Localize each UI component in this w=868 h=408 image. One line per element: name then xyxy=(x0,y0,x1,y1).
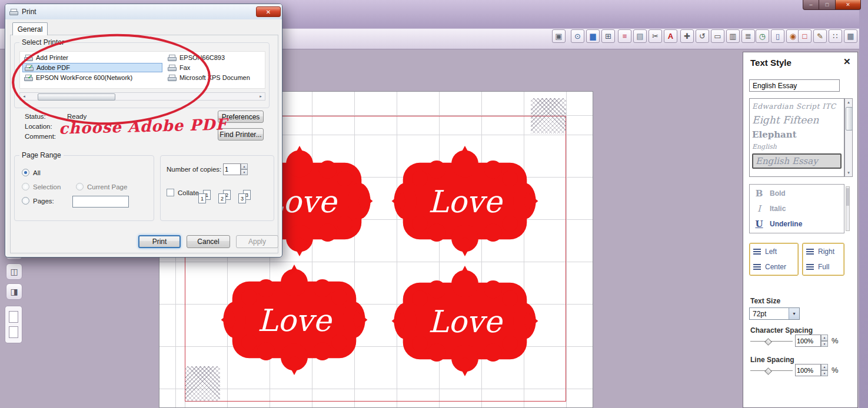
text-style-panel: Text Style ✕ Edwardian Script ITC Eight … xyxy=(743,52,858,408)
color-bars-icon[interactable]: ≡ xyxy=(618,29,631,43)
radio-pages[interactable]: Pages: xyxy=(22,197,54,205)
move-icon[interactable]: ✚ xyxy=(680,29,694,43)
dialog-close-button[interactable]: ✕ xyxy=(256,6,281,17)
line-spacing-input[interactable] xyxy=(795,364,821,376)
radio-selection[interactable]: Selection xyxy=(22,183,61,190)
collate-pages-icon: 3 3 xyxy=(238,190,254,208)
zoom-icon[interactable]: ⊙ xyxy=(571,29,584,43)
hatch-cell-bottom-left xyxy=(185,366,220,402)
align-left-option[interactable]: Left xyxy=(753,244,794,259)
new-page-icon[interactable]: ▯ xyxy=(771,29,784,43)
collate-option[interactable]: Collate xyxy=(167,189,199,196)
radio-current-page[interactable]: Current Page xyxy=(76,183,127,190)
scroll-thumb[interactable] xyxy=(846,107,853,131)
character-spacing-slider[interactable] xyxy=(750,338,793,345)
scroll-thumb[interactable] xyxy=(846,188,849,206)
line-spacing-stepper: ▲ ▼ xyxy=(821,364,828,376)
toolbar-group-edit: ≡ ▤ ✂ xyxy=(618,29,662,43)
spin-up-icon[interactable]: ▲ xyxy=(821,364,828,370)
italic-label: Italic xyxy=(770,205,786,213)
font-list-item-selected[interactable]: English Essay xyxy=(752,153,842,169)
cancel-button[interactable]: Cancel xyxy=(187,235,230,248)
toolbar-group-transform: ✚ ↺ ▭ ▥ ≣ xyxy=(680,29,755,43)
love-label-shape-2[interactable]: Love xyxy=(386,145,544,257)
font-list-item[interactable]: English xyxy=(752,142,842,152)
location-label: Location: xyxy=(25,123,52,130)
line-spacing-label: Line Spacing xyxy=(750,356,794,364)
percent-label: % xyxy=(832,336,839,345)
scissors-icon[interactable]: ✂ xyxy=(648,29,662,43)
character-spacing-label: Character Spacing xyxy=(750,326,813,335)
maximize-button[interactable]: □ xyxy=(819,0,835,10)
tab-general[interactable]: General xyxy=(12,22,48,35)
radio-icon[interactable] xyxy=(76,183,84,190)
font-search-input[interactable] xyxy=(749,79,840,92)
panel-close-icon[interactable]: ✕ xyxy=(843,56,851,67)
settings-sliders-icon[interactable]: ≣ xyxy=(741,29,755,43)
align-full-label: Full xyxy=(818,263,829,271)
transform-frame-icon[interactable]: ▭ xyxy=(711,29,724,43)
radio-icon[interactable] xyxy=(22,169,29,176)
align-full-option[interactable]: Full xyxy=(806,259,840,275)
love-text: Love xyxy=(428,304,503,339)
font-list-item[interactable]: Edwardian Script ITC xyxy=(752,101,842,112)
apply-button[interactable]: Apply xyxy=(236,235,278,248)
red-frame-icon[interactable]: □ xyxy=(798,29,812,43)
scroll-right-icon[interactable]: ▸ xyxy=(257,93,265,100)
fill-rect-icon[interactable]: ▆ xyxy=(586,29,600,43)
slider-thumb[interactable] xyxy=(764,367,772,375)
page-thumbnail[interactable] xyxy=(9,311,18,323)
spin-down-icon[interactable]: ▼ xyxy=(821,370,828,377)
radio-icon[interactable] xyxy=(22,197,29,205)
bold-option[interactable]: B Bold xyxy=(753,186,840,201)
spin-down-icon[interactable]: ▼ xyxy=(821,341,828,347)
font-list-item[interactable]: Elephant xyxy=(752,128,842,142)
scroll-up-icon[interactable]: ▴ xyxy=(845,99,852,106)
history-clock-icon[interactable]: ◷ xyxy=(756,29,769,43)
toolbar-group-history: ◷ ▯ ◉ xyxy=(756,29,800,43)
grid-calculator-icon[interactable]: ⊞ xyxy=(601,29,615,43)
maximize-icon: □ xyxy=(826,2,829,8)
underline-option[interactable]: U Underline xyxy=(753,216,840,232)
character-spacing-input[interactable] xyxy=(795,335,821,347)
love-label-shape-4[interactable]: Love xyxy=(386,265,544,377)
pages-range-input[interactable] xyxy=(72,196,129,208)
close-button[interactable]: ✕ xyxy=(835,0,861,10)
lock-icon[interactable]: ▣ xyxy=(552,29,566,43)
rotate-icon[interactable]: ↺ xyxy=(696,29,709,43)
text-size-dropdown[interactable]: 72pt ▾ xyxy=(749,307,800,320)
radio-icon[interactable] xyxy=(22,183,29,190)
ruled-paper-icon[interactable]: ▤ xyxy=(633,29,647,43)
selection-corners-icon[interactable]: ∷ xyxy=(829,29,842,43)
spin-down-icon[interactable]: ▼ xyxy=(241,169,248,175)
comment-label: Comment: xyxy=(25,133,56,140)
align-right-icon xyxy=(806,249,814,255)
radio-all[interactable]: All xyxy=(22,169,41,176)
dialog-titlebar[interactable]: Print xyxy=(5,4,282,19)
line-spacing-slider[interactable] xyxy=(750,367,793,374)
library-book-button[interactable]: ◫ xyxy=(6,263,22,280)
font-list-scrollbar[interactable]: ▴ ▾ xyxy=(844,98,853,177)
pencil-icon[interactable]: ✎ xyxy=(813,29,827,43)
table-grid-icon[interactable]: ▦ xyxy=(844,29,857,43)
style-box-scrollbar[interactable] xyxy=(846,186,850,231)
minimize-button[interactable]: – xyxy=(803,0,819,10)
font-list-item[interactable]: Eight Fifteen xyxy=(752,112,842,128)
page-thumbnails xyxy=(5,306,22,343)
tag-tool-button[interactable]: ◨ xyxy=(6,283,22,300)
slider-thumb[interactable] xyxy=(764,338,772,346)
collate-checkbox[interactable] xyxy=(167,189,174,196)
copies-input[interactable] xyxy=(223,163,241,175)
close-icon: ✕ xyxy=(266,9,271,15)
align-right-option[interactable]: Right xyxy=(806,244,840,259)
italic-option[interactable]: I Italic xyxy=(753,201,840,216)
kerning-icon[interactable]: ▥ xyxy=(726,29,740,43)
print-button[interactable]: Print xyxy=(138,235,181,248)
spin-up-icon[interactable]: ▲ xyxy=(241,163,248,169)
text-tool-icon[interactable]: A xyxy=(664,29,677,43)
love-label-shape-3[interactable]: Love xyxy=(215,263,373,376)
page-thumbnail[interactable] xyxy=(9,326,18,338)
align-center-option[interactable]: Center xyxy=(753,259,794,275)
spin-up-icon[interactable]: ▲ xyxy=(821,335,828,341)
scroll-down-icon[interactable]: ▾ xyxy=(845,169,852,176)
